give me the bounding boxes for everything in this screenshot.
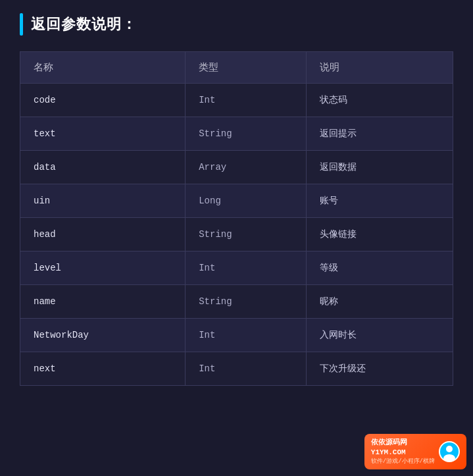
table-row: dataArray返回数据 <box>20 151 453 184</box>
title-accent-bar <box>20 13 23 36</box>
table-row: nextInt下次升级还 <box>20 352 453 386</box>
table-row: uinLong账号 <box>20 184 453 218</box>
page-title: 返回参数说明： <box>31 14 137 34</box>
watermark-icon <box>439 441 460 462</box>
table-row: textString返回提示 <box>20 117 453 151</box>
cell-name: data <box>20 151 186 184</box>
cell-type: Int <box>186 251 307 285</box>
params-table: 名称 类型 说明 codeInt状态码textString返回提示dataArr… <box>20 51 453 386</box>
watermark-site-name: 依依源码网 <box>371 438 435 447</box>
cell-type: String <box>186 117 307 151</box>
cell-name: name <box>20 285 186 319</box>
cell-type: Int <box>186 84 307 117</box>
cell-desc: 状态码 <box>306 84 453 117</box>
watermark-tagline: 软件/游戏/小程序/棋牌 <box>371 457 435 465</box>
cell-desc: 下次升级还 <box>306 352 453 386</box>
table-row: NetworkDayInt入网时长 <box>20 319 453 352</box>
table-row: headString头像链接 <box>20 218 453 251</box>
cell-type: Long <box>186 184 307 218</box>
cell-name: NetworkDay <box>20 319 186 352</box>
table-row: levelInt等级 <box>20 251 453 285</box>
page-title-section: 返回参数说明： <box>20 13 453 36</box>
col-header-type: 类型 <box>186 52 307 84</box>
cell-type: String <box>186 218 307 251</box>
cell-type: Array <box>186 151 307 184</box>
cell-name: head <box>20 218 186 251</box>
col-header-desc: 说明 <box>306 52 453 84</box>
cell-desc: 昵称 <box>306 285 453 319</box>
cell-name: uin <box>20 184 186 218</box>
cell-desc: 等级 <box>306 251 453 285</box>
cell-type: String <box>186 285 307 319</box>
cell-desc: 头像链接 <box>306 218 453 251</box>
cell-name: text <box>20 117 186 151</box>
watermark-site-url: Y1YM.COM <box>371 448 435 457</box>
cell-desc: 账号 <box>306 184 453 218</box>
table-header-row: 名称 类型 说明 <box>20 52 453 84</box>
cell-name: level <box>20 251 186 285</box>
table-row: codeInt状态码 <box>20 84 453 117</box>
cell-type: Int <box>186 352 307 386</box>
cell-name: code <box>20 84 186 117</box>
table-row: nameString昵称 <box>20 285 453 319</box>
watermark-badge[interactable]: 依依源码网 Y1YM.COM 软件/游戏/小程序/棋牌 <box>364 434 466 469</box>
svg-point-1 <box>446 446 453 452</box>
col-header-name: 名称 <box>20 52 186 84</box>
cell-desc: 入网时长 <box>306 319 453 352</box>
cell-desc: 返回提示 <box>306 117 453 151</box>
cell-desc: 返回数据 <box>306 151 453 184</box>
table-header: 名称 类型 说明 <box>20 52 453 84</box>
cell-type: Int <box>186 319 307 352</box>
page-container: 返回参数说明： 名称 类型 说明 codeInt状态码textString返回提… <box>20 13 453 386</box>
table-body: codeInt状态码textString返回提示dataArray返回数据uin… <box>20 84 453 386</box>
cell-name: next <box>20 352 186 386</box>
